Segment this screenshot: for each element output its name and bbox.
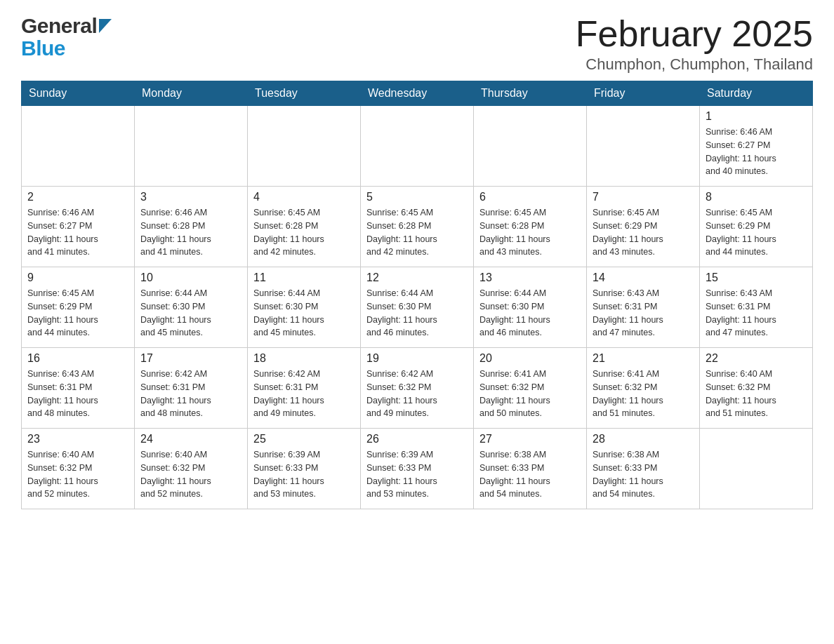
calendar-cell: 22Sunrise: 6:40 AM Sunset: 6:32 PM Dayli…	[700, 348, 813, 429]
calendar-cell: 8Sunrise: 6:45 AM Sunset: 6:29 PM Daylig…	[700, 187, 813, 267]
day-info: Sunrise: 6:44 AM Sunset: 6:30 PM Dayligh…	[140, 287, 241, 340]
day-info: Sunrise: 6:38 AM Sunset: 6:33 PM Dayligh…	[593, 448, 694, 501]
day-info: Sunrise: 6:40 AM Sunset: 6:32 PM Dayligh…	[27, 448, 128, 501]
day-number: 11	[253, 271, 355, 284]
day-info: Sunrise: 6:45 AM Sunset: 6:28 PM Dayligh…	[366, 206, 468, 259]
logo-triangle-icon	[99, 19, 112, 36]
day-number: 20	[479, 352, 581, 365]
calendar-cell: 27Sunrise: 6:38 AM Sunset: 6:33 PM Dayli…	[474, 429, 587, 509]
calendar-cell: 26Sunrise: 6:39 AM Sunset: 6:33 PM Dayli…	[361, 429, 474, 509]
calendar-cell: 15Sunrise: 6:43 AM Sunset: 6:31 PM Dayli…	[700, 267, 813, 348]
logo-blue-text: Blue	[21, 36, 65, 60]
calendar-cell: 6Sunrise: 6:45 AM Sunset: 6:28 PM Daylig…	[474, 187, 587, 267]
logo: General Blue	[21, 14, 112, 60]
day-info: Sunrise: 6:45 AM Sunset: 6:29 PM Dayligh…	[706, 206, 807, 259]
calendar-cell: 25Sunrise: 6:39 AM Sunset: 6:33 PM Dayli…	[248, 429, 361, 509]
calendar-cell	[248, 106, 361, 187]
day-number: 14	[593, 271, 694, 284]
calendar-cell: 17Sunrise: 6:42 AM Sunset: 6:31 PM Dayli…	[135, 348, 248, 429]
day-info: Sunrise: 6:42 AM Sunset: 6:31 PM Dayligh…	[253, 368, 355, 420]
day-info: Sunrise: 6:38 AM Sunset: 6:33 PM Dayligh…	[479, 448, 581, 501]
calendar-cell: 12Sunrise: 6:44 AM Sunset: 6:30 PM Dayli…	[361, 267, 474, 348]
day-info: Sunrise: 6:46 AM Sunset: 6:28 PM Dayligh…	[140, 206, 241, 259]
day-number: 4	[253, 191, 355, 203]
calendar-cell: 18Sunrise: 6:42 AM Sunset: 6:31 PM Dayli…	[248, 348, 361, 429]
day-number: 19	[366, 352, 468, 365]
day-number: 1	[706, 110, 807, 123]
weekday-header-saturday: Saturday	[700, 81, 813, 106]
calendar-cell	[587, 106, 700, 187]
logo-general-text: General	[21, 14, 97, 38]
day-info: Sunrise: 6:40 AM Sunset: 6:32 PM Dayligh…	[706, 368, 807, 420]
calendar-cell: 3Sunrise: 6:46 AM Sunset: 6:28 PM Daylig…	[135, 187, 248, 267]
weekday-header-sunday: Sunday	[22, 81, 135, 106]
day-info: Sunrise: 6:45 AM Sunset: 6:29 PM Dayligh…	[27, 287, 128, 340]
day-info: Sunrise: 6:44 AM Sunset: 6:30 PM Dayligh…	[253, 287, 355, 340]
calendar-cell	[22, 106, 135, 187]
calendar-cell: 5Sunrise: 6:45 AM Sunset: 6:28 PM Daylig…	[361, 187, 474, 267]
weekday-header-wednesday: Wednesday	[361, 81, 474, 106]
calendar-cell: 11Sunrise: 6:44 AM Sunset: 6:30 PM Dayli…	[248, 267, 361, 348]
day-info: Sunrise: 6:41 AM Sunset: 6:32 PM Dayligh…	[479, 368, 581, 420]
day-number: 23	[27, 433, 128, 445]
day-number: 27	[479, 433, 581, 445]
weekday-header-tuesday: Tuesday	[248, 81, 361, 106]
day-info: Sunrise: 6:45 AM Sunset: 6:28 PM Dayligh…	[253, 206, 355, 259]
day-number: 5	[366, 191, 468, 203]
day-number: 2	[27, 191, 128, 203]
weekday-header-thursday: Thursday	[474, 81, 587, 106]
calendar-cell: 1Sunrise: 6:46 AM Sunset: 6:27 PM Daylig…	[700, 106, 813, 187]
day-number: 28	[593, 433, 694, 445]
calendar-cell	[700, 429, 813, 509]
calendar-table: SundayMondayTuesdayWednesdayThursdayFrid…	[21, 81, 813, 509]
day-info: Sunrise: 6:42 AM Sunset: 6:31 PM Dayligh…	[140, 368, 241, 420]
day-info: Sunrise: 6:46 AM Sunset: 6:27 PM Dayligh…	[27, 206, 128, 259]
weekday-header-friday: Friday	[587, 81, 700, 106]
day-info: Sunrise: 6:43 AM Sunset: 6:31 PM Dayligh…	[593, 287, 694, 340]
day-number: 8	[706, 191, 807, 203]
day-number: 12	[366, 271, 468, 284]
week-row-1: 1Sunrise: 6:46 AM Sunset: 6:27 PM Daylig…	[22, 106, 813, 187]
calendar-cell: 24Sunrise: 6:40 AM Sunset: 6:32 PM Dayli…	[135, 429, 248, 509]
week-row-4: 16Sunrise: 6:43 AM Sunset: 6:31 PM Dayli…	[22, 348, 813, 429]
calendar-cell: 7Sunrise: 6:45 AM Sunset: 6:29 PM Daylig…	[587, 187, 700, 267]
calendar-cell: 13Sunrise: 6:44 AM Sunset: 6:30 PM Dayli…	[474, 267, 587, 348]
week-row-3: 9Sunrise: 6:45 AM Sunset: 6:29 PM Daylig…	[22, 267, 813, 348]
calendar-cell	[135, 106, 248, 187]
day-info: Sunrise: 6:39 AM Sunset: 6:33 PM Dayligh…	[366, 448, 468, 501]
day-info: Sunrise: 6:40 AM Sunset: 6:32 PM Dayligh…	[140, 448, 241, 501]
day-info: Sunrise: 6:41 AM Sunset: 6:32 PM Dayligh…	[593, 368, 694, 420]
day-number: 25	[253, 433, 355, 445]
day-number: 3	[140, 191, 241, 203]
calendar-cell: 9Sunrise: 6:45 AM Sunset: 6:29 PM Daylig…	[22, 267, 135, 348]
calendar-cell: 21Sunrise: 6:41 AM Sunset: 6:32 PM Dayli…	[587, 348, 700, 429]
day-number: 10	[140, 271, 241, 284]
calendar-cell	[361, 106, 474, 187]
day-number: 6	[479, 191, 581, 203]
day-info: Sunrise: 6:42 AM Sunset: 6:32 PM Dayligh…	[366, 368, 468, 420]
calendar-cell: 10Sunrise: 6:44 AM Sunset: 6:30 PM Dayli…	[135, 267, 248, 348]
weekday-header-monday: Monday	[135, 81, 248, 106]
day-number: 13	[479, 271, 581, 284]
weekday-header-row: SundayMondayTuesdayWednesdayThursdayFrid…	[22, 81, 813, 106]
day-info: Sunrise: 6:39 AM Sunset: 6:33 PM Dayligh…	[253, 448, 355, 501]
week-row-5: 23Sunrise: 6:40 AM Sunset: 6:32 PM Dayli…	[22, 429, 813, 509]
day-number: 16	[27, 352, 128, 365]
day-info: Sunrise: 6:45 AM Sunset: 6:29 PM Dayligh…	[593, 206, 694, 259]
day-number: 21	[593, 352, 694, 365]
day-number: 24	[140, 433, 241, 445]
day-number: 18	[253, 352, 355, 365]
day-number: 7	[593, 191, 694, 203]
day-number: 26	[366, 433, 468, 445]
day-info: Sunrise: 6:44 AM Sunset: 6:30 PM Dayligh…	[479, 287, 581, 340]
calendar-cell: 23Sunrise: 6:40 AM Sunset: 6:32 PM Dayli…	[22, 429, 135, 509]
calendar-cell: 16Sunrise: 6:43 AM Sunset: 6:31 PM Dayli…	[22, 348, 135, 429]
calendar-cell: 4Sunrise: 6:45 AM Sunset: 6:28 PM Daylig…	[248, 187, 361, 267]
week-row-2: 2Sunrise: 6:46 AM Sunset: 6:27 PM Daylig…	[22, 187, 813, 267]
calendar-cell: 28Sunrise: 6:38 AM Sunset: 6:33 PM Dayli…	[587, 429, 700, 509]
day-number: 17	[140, 352, 241, 365]
day-info: Sunrise: 6:46 AM Sunset: 6:27 PM Dayligh…	[706, 126, 807, 178]
day-number: 22	[706, 352, 807, 365]
calendar-cell: 20Sunrise: 6:41 AM Sunset: 6:32 PM Dayli…	[474, 348, 587, 429]
day-info: Sunrise: 6:44 AM Sunset: 6:30 PM Dayligh…	[366, 287, 468, 340]
